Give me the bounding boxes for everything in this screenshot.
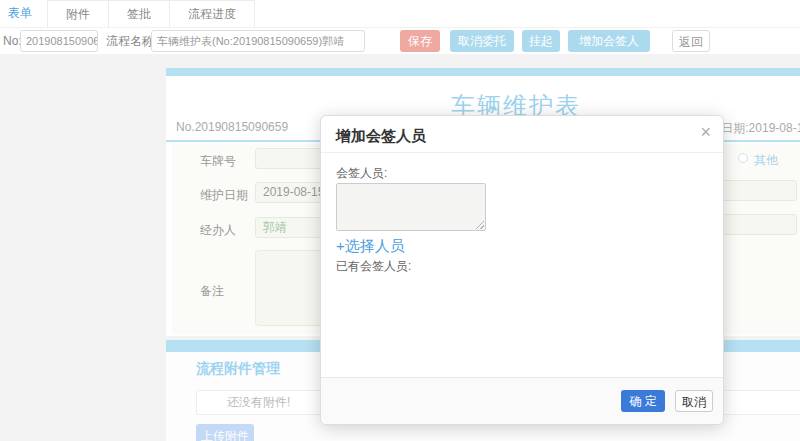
other-radio[interactable] xyxy=(738,153,748,163)
save-button[interactable]: 保存 xyxy=(400,30,440,52)
resize-grip-icon[interactable] xyxy=(475,220,484,229)
tab-bar: 表单 附件 签批 流程进度 xyxy=(0,0,800,28)
remarks-label: 备注 xyxy=(200,283,224,300)
tab-form[interactable]: 表单 xyxy=(0,0,40,27)
suspend-button[interactable]: 挂起 xyxy=(522,30,560,52)
tab-attachments[interactable]: 附件 xyxy=(47,0,109,27)
select-person-link[interactable]: +选择人员 xyxy=(336,237,405,256)
confirm-button[interactable]: 确 定 xyxy=(621,390,665,412)
cancel-delegate-button[interactable]: 取消委托 xyxy=(450,30,514,52)
back-button[interactable]: 返回 xyxy=(672,30,710,52)
form-date: 日期:2019-08-15 xyxy=(721,120,800,137)
modal-title: 增加会签人员 xyxy=(336,127,426,146)
process-name-input[interactable]: 车辆维护表(No:20190815090659)郭靖 xyxy=(151,30,365,52)
process-name-label: 流程名称: xyxy=(106,28,157,54)
tab-process-progress[interactable]: 流程进度 xyxy=(169,0,255,27)
attachment-section-title: 流程附件管理 xyxy=(196,360,280,378)
cancel-button[interactable]: 取消 xyxy=(675,390,713,412)
no-label: No: xyxy=(3,28,22,54)
modal-footer: 确 定 取消 xyxy=(321,377,723,424)
modal-header: 增加会签人员 × xyxy=(321,116,723,153)
form-number: No.20190815090659 xyxy=(176,120,288,134)
countersign-person-textarea[interactable] xyxy=(336,183,486,231)
other-option-label: 其他 xyxy=(754,152,778,169)
no-input[interactable]: 20190815090659 xyxy=(20,30,98,52)
existing-countersign-label: 已有会签人员: xyxy=(336,258,411,275)
handler-label: 经办人 xyxy=(200,222,236,239)
plate-number-label: 车牌号 xyxy=(200,153,236,170)
close-icon[interactable]: × xyxy=(700,122,711,143)
tab-sign-approve[interactable]: 签批 xyxy=(108,0,170,27)
toolbar: No: 20190815090659 流程名称: 车辆维护表(No:201908… xyxy=(0,28,800,54)
add-countersign-modal: 增加会签人员 × 会签人员: +选择人员 已有会签人员: 确 定 取消 xyxy=(320,115,724,425)
add-countersign-button[interactable]: 增加会签人 xyxy=(568,30,650,52)
upload-attachment-button[interactable]: 上传附件 xyxy=(196,424,254,441)
card-top-accent-bar xyxy=(166,68,800,76)
maintenance-date-label: 维护日期 xyxy=(200,187,248,204)
countersign-person-label: 会签人员: xyxy=(336,165,387,182)
